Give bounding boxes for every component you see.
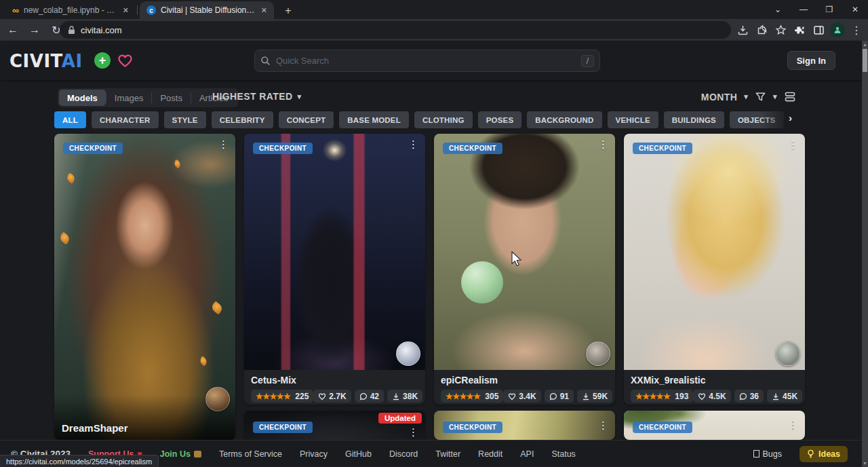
checkpoint-badge: CHECKPOINT [253, 422, 313, 433]
minimize-button[interactable]: — [791, 0, 816, 19]
lightbulb-icon [807, 449, 814, 459]
browser-menu-icon[interactable]: ⋮ [848, 21, 865, 39]
tab-models[interactable]: Models [59, 90, 106, 106]
chevron-down-icon: ▾ [298, 92, 302, 101]
browser-tab-colab[interactable]: ∞ new_colab_file.ipynb - Colaborat ✕ [5, 1, 136, 19]
footer-link-status[interactable]: Status [551, 449, 575, 459]
checkpoint-badge: CHECKPOINT [253, 143, 313, 154]
checkpoint-badge: CHECKPOINT [443, 143, 502, 154]
close-button[interactable]: ✕ [842, 0, 868, 19]
quick-search-bar[interactable]: / [254, 50, 600, 72]
model-card-xxmix[interactable]: CHECKPOINT ⋮ XXMix_9realistic ★★★★★193 4… [624, 134, 805, 405]
model-card-partial[interactable]: CHECKPOINT ⋮ [624, 411, 805, 440]
category-chip-celebrity[interactable]: CELEBRITY [212, 111, 273, 128]
civitai-favicon-icon: c [146, 5, 156, 15]
category-chip-poses[interactable]: POSES [478, 111, 522, 128]
footer-link-discord[interactable]: Discord [389, 449, 418, 459]
address-bar[interactable]: civitai.com [60, 21, 731, 39]
sort-dropdown[interactable]: HIGHEST RATED ▾ [212, 91, 301, 102]
card-menu-icon[interactable]: ⋮ [788, 139, 798, 151]
category-chip-background[interactable]: BACKGROUND [527, 111, 601, 128]
card-footer: Cetus-Mix ★★★★★225 2.7K 42 38K [244, 370, 425, 405]
tab-close-icon[interactable]: ✕ [121, 6, 130, 15]
browser-window: ∞ new_colab_file.ipynb - Colaborat ✕ c C… [0, 0, 868, 467]
footer-link-github[interactable]: GitHub [345, 449, 372, 459]
tab-search-chevron-icon[interactable]: ⌄ [765, 0, 791, 19]
category-chip-vehicle[interactable]: VEHICLE [608, 111, 658, 128]
scrollbar-thumb[interactable] [863, 49, 867, 72]
card-title: epiCRealism [441, 375, 608, 386]
category-chip-concept[interactable]: CONCEPT [279, 111, 334, 128]
card-image: CHECKPOINT ⋮ [624, 411, 805, 440]
tab-images[interactable]: Images [106, 90, 152, 106]
creator-avatar[interactable] [586, 341, 610, 366]
downloads-count: 38K [403, 392, 418, 401]
period-dropdown[interactable]: MONTH [701, 92, 737, 102]
scroll-up-arrow[interactable]: ▲ [862, 41, 868, 48]
category-chip-style[interactable]: STYLE [164, 111, 206, 128]
logo-ai-text: AI [62, 51, 83, 71]
join-us-label: Join Us [160, 449, 191, 459]
download-icon [392, 392, 400, 400]
ideas-button[interactable]: Ideas [800, 446, 848, 462]
creator-avatar[interactable] [396, 341, 420, 366]
tab-bar: ∞ new_colab_file.ipynb - Colaborat ✕ c C… [0, 0, 868, 19]
heart-icon [698, 392, 706, 400]
sign-in-button[interactable]: Sign In [787, 51, 835, 70]
filter-funnel-icon[interactable] [755, 91, 766, 102]
heart-icon [508, 392, 516, 400]
layout-toggle-icon[interactable] [784, 91, 796, 102]
comments-chip: 42 [355, 390, 384, 403]
join-us-link[interactable]: Join Us [160, 449, 201, 459]
category-chip-character[interactable]: CHARACTER [92, 111, 159, 128]
category-chip-clothing[interactable]: CLOTHING [414, 111, 473, 128]
maximize-button[interactable]: ❐ [816, 0, 842, 19]
model-card-partial[interactable]: CHECKPOINT ⋮ [434, 411, 615, 440]
download-icon [582, 392, 590, 400]
downloads-icon[interactable] [734, 21, 751, 39]
rating-count: 305 [485, 392, 498, 401]
likes-count: 4.5K [709, 392, 726, 401]
card-menu-icon[interactable]: ⋮ [598, 139, 608, 151]
checkpoint-badge: CHECKPOINT [633, 143, 692, 154]
browser-tab-civitai[interactable]: c Civitai | Stable Diffusion models, ✕ [140, 1, 274, 19]
category-chip-base-model[interactable]: BASE MODEL [339, 111, 409, 128]
model-card-epicrealism[interactable]: CHECKPOINT ⋮ epiCRealism ★★★★★305 3.4K 9… [434, 134, 615, 405]
card-menu-icon[interactable]: ⋮ [598, 420, 608, 432]
tab-close-icon[interactable]: ✕ [260, 6, 269, 15]
footer-link-reddit[interactable]: Reddit [478, 449, 502, 459]
new-tab-button[interactable]: + [281, 3, 296, 18]
support-heart-icon[interactable] [116, 52, 134, 69]
create-plus-button[interactable]: + [94, 52, 111, 69]
forward-button[interactable]: → [26, 21, 43, 39]
extensions-icon[interactable] [791, 21, 808, 39]
footer-link-terms[interactable]: Terms of Service [219, 449, 282, 459]
search-input[interactable] [276, 56, 576, 66]
category-chip-buildings[interactable]: BUILDINGS [664, 111, 724, 128]
bugs-label: Bugs [763, 449, 783, 459]
card-menu-icon[interactable]: ⋮ [408, 427, 418, 438]
card-menu-icon[interactable]: ⋮ [218, 139, 229, 151]
footer-link-twitter[interactable]: Twitter [435, 449, 460, 459]
model-card-dreamshaper[interactable]: CHECKPOINT ⋮ DreamShaper [54, 134, 235, 440]
scrollbar-track[interactable]: ▲ ▼ [862, 41, 868, 467]
creator-avatar[interactable] [776, 341, 800, 366]
card-menu-icon[interactable]: ⋮ [408, 139, 418, 151]
bookmark-star-icon[interactable] [772, 21, 789, 39]
footer-link-privacy[interactable]: Privacy [300, 449, 328, 459]
model-card-partial[interactable]: CHECKPOINT Updated ⋮ [244, 411, 425, 440]
card-menu-icon[interactable]: ⋮ [788, 420, 798, 432]
side-panel-icon[interactable] [810, 21, 827, 39]
chips-scroll-right-icon[interactable]: › [789, 112, 792, 124]
scroll-down-arrow[interactable]: ▼ [862, 460, 868, 467]
back-button[interactable]: ← [4, 21, 22, 39]
civitai-logo[interactable]: CIVITAI [9, 51, 83, 71]
tab-posts[interactable]: Posts [152, 90, 191, 106]
card-footer: XXMix_9realistic ★★★★★193 4.5K 36 45K [624, 370, 805, 405]
footer-link-api[interactable]: API [520, 449, 534, 459]
share-icon[interactable] [753, 21, 770, 39]
model-card-cetus-mix[interactable]: CHECKPOINT ⋮ Cetus-Mix ★★★★★225 2.7K 42 … [244, 134, 425, 405]
bugs-link[interactable]: Bugs [753, 449, 783, 459]
category-chip-all[interactable]: ALL [54, 111, 86, 128]
profile-avatar[interactable] [829, 21, 846, 39]
